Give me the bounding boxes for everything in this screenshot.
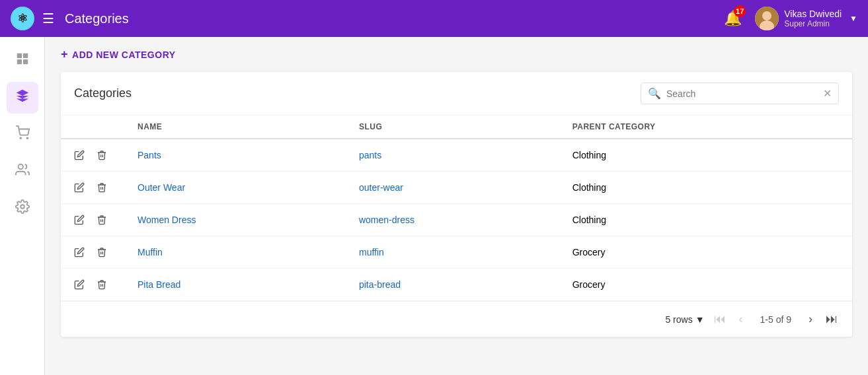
- topnav-right: 🔔 17 Vikas Dwivedi Super Admin ▼: [721, 7, 857, 30]
- row-actions: [61, 172, 127, 204]
- sidebar: [0, 37, 45, 375]
- row-actions: [61, 204, 127, 236]
- delete-button[interactable]: [94, 212, 110, 228]
- row-name: Muffin: [127, 236, 348, 269]
- user-role: Super Admin: [784, 19, 830, 28]
- svg-rect-5: [17, 59, 21, 64]
- row-slug: pita-bread: [348, 269, 562, 301]
- clear-search-icon[interactable]: ✕: [823, 87, 832, 100]
- page-title: Categories: [65, 11, 721, 26]
- svg-rect-3: [17, 53, 21, 58]
- row-actions: [61, 139, 127, 172]
- user-info: Vikas Dwivedi Super Admin: [784, 9, 842, 28]
- sidebar-item-users[interactable]: [7, 156, 38, 188]
- first-page-button[interactable]: ⏮: [710, 310, 730, 329]
- row-name: Women Dress: [127, 204, 348, 236]
- categories-table: NAME SLUG PARENT CATEGORY: [61, 116, 852, 301]
- row-parent: Clothing: [562, 204, 852, 236]
- pagination: 5 rows ▼ ⏮ ‹ 1-5 of 9 › ⏭: [61, 301, 852, 337]
- rows-dropdown-icon: ▼: [695, 314, 705, 325]
- edit-button[interactable]: [71, 147, 87, 163]
- rows-per-page: 5 rows ▼: [665, 314, 704, 325]
- row-slug: women-dress: [348, 204, 562, 236]
- row-parent: Clothing: [562, 139, 852, 172]
- table-row: Muffin muffin Grocery: [61, 236, 852, 269]
- rows-select-button[interactable]: 5 rows ▼: [665, 314, 704, 325]
- delete-button[interactable]: [94, 147, 110, 163]
- logo-icon: ⚛: [11, 7, 34, 30]
- row-actions: [61, 236, 127, 269]
- search-input[interactable]: [666, 88, 818, 99]
- svg-rect-6: [22, 59, 27, 64]
- row-parent: Grocery: [562, 269, 852, 301]
- edit-button[interactable]: [71, 212, 87, 228]
- table-row: Pants pants Clothing: [61, 139, 852, 172]
- sidebar-item-orders[interactable]: [7, 119, 38, 151]
- search-icon: 🔍: [648, 87, 661, 100]
- search-box: 🔍 ✕: [641, 83, 839, 104]
- content: + ADD NEW CATEGORY Categories 🔍 ✕ NAME: [45, 37, 868, 375]
- user-dropdown-button[interactable]: Vikas Dwivedi Super Admin ▼: [755, 7, 857, 30]
- main-layout: + ADD NEW CATEGORY Categories 🔍 ✕ NAME: [0, 37, 868, 375]
- users-icon: [15, 162, 30, 181]
- topnav: ⚛ ☰ Categories 🔔 17 Vikas Dwivedi Super …: [0, 0, 868, 37]
- next-page-button[interactable]: ›: [805, 310, 816, 329]
- row-name: Pita Bread: [127, 269, 348, 301]
- sidebar-item-settings[interactable]: [7, 193, 38, 224]
- settings-icon: [15, 199, 30, 218]
- svg-point-8: [26, 137, 28, 139]
- orders-icon: [15, 125, 30, 144]
- edit-button[interactable]: [71, 244, 87, 260]
- svg-rect-4: [22, 53, 27, 58]
- svg-point-10: [20, 205, 24, 209]
- avatar: [755, 7, 779, 30]
- add-category-button[interactable]: + ADD NEW CATEGORY: [61, 48, 852, 61]
- col-actions: [61, 116, 127, 139]
- sidebar-item-categories[interactable]: [7, 82, 38, 114]
- row-parent: Grocery: [562, 236, 852, 269]
- svg-point-7: [20, 137, 21, 139]
- row-name: Outer Wear: [127, 172, 348, 204]
- svg-point-1: [762, 11, 771, 20]
- row-name: Pants: [127, 139, 348, 172]
- add-category-label: ADD NEW CATEGORY: [72, 50, 176, 60]
- col-parent: PARENT CATEGORY: [562, 116, 852, 139]
- delete-button[interactable]: [94, 180, 110, 195]
- notification-button[interactable]: 🔔 17: [721, 7, 744, 30]
- table-header-row: NAME SLUG PARENT CATEGORY: [61, 116, 852, 139]
- notification-badge: 17: [734, 5, 746, 17]
- rows-count: 5 rows: [665, 314, 692, 325]
- edit-button[interactable]: [71, 180, 87, 195]
- row-parent: Clothing: [562, 172, 852, 204]
- table-row: Women Dress women-dress Clothing: [61, 204, 852, 236]
- hamburger-button[interactable]: ☰: [42, 11, 54, 26]
- dashboard-icon: [15, 51, 30, 70]
- delete-button[interactable]: [94, 244, 110, 260]
- col-slug: SLUG: [348, 116, 562, 139]
- categories-icon: [15, 88, 30, 107]
- page-info: 1-5 of 9: [760, 314, 791, 325]
- row-actions: [61, 269, 127, 301]
- col-name: NAME: [127, 116, 348, 139]
- categories-card: Categories 🔍 ✕ NAME SLUG PARENT CATEGORY: [61, 72, 852, 337]
- prev-page-button[interactable]: ‹: [735, 310, 747, 329]
- svg-point-9: [18, 164, 22, 169]
- edit-button[interactable]: [71, 277, 87, 292]
- last-page-button[interactable]: ⏭: [822, 310, 842, 329]
- table-row: Pita Bread pita-bread Grocery: [61, 269, 852, 301]
- user-name: Vikas Dwivedi: [784, 9, 842, 19]
- sidebar-item-dashboard[interactable]: [7, 45, 38, 77]
- card-title: Categories: [74, 86, 132, 100]
- row-slug: pants: [348, 139, 562, 172]
- chevron-down-icon: ▼: [849, 14, 857, 23]
- plus-icon: +: [61, 48, 68, 61]
- card-header: Categories 🔍 ✕: [61, 72, 852, 116]
- table-row: Outer Wear outer-wear Clothing: [61, 172, 852, 204]
- row-slug: outer-wear: [348, 172, 562, 204]
- row-slug: muffin: [348, 236, 562, 269]
- delete-button[interactable]: [94, 277, 110, 292]
